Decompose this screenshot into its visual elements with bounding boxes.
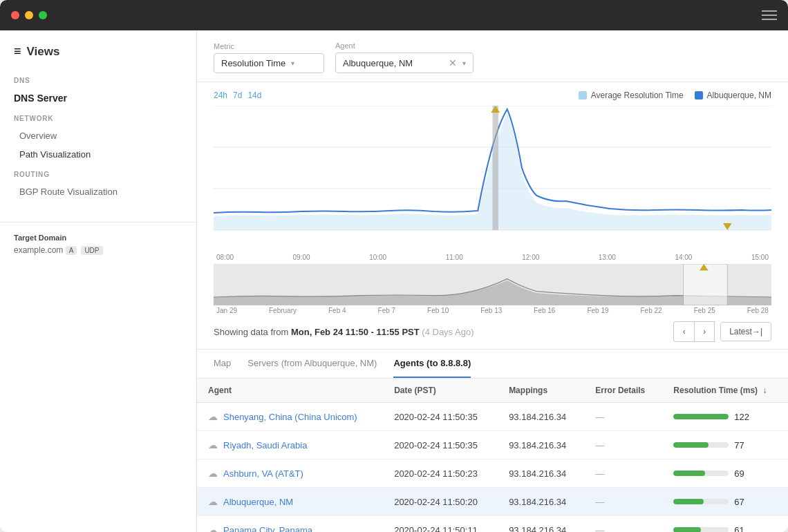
domain-badges: A UDP: [66, 246, 103, 255]
layers-icon: ≡: [14, 44, 21, 59]
x-label-6: 13:00: [599, 254, 616, 261]
cell-resolution-2: 69: [662, 459, 788, 488]
sidebar-dns-server[interactable]: DNS Server: [0, 88, 196, 108]
x-label-3: 10:00: [369, 254, 386, 261]
tab-map[interactable]: Map: [214, 350, 231, 378]
time-btn-24h[interactable]: 24h: [214, 91, 227, 100]
sidebar-item-bgp[interactable]: BGP Route Visualization: [0, 182, 196, 201]
table-row: ☁ Panama City, Panama 2020-02-24 11:50:1…: [197, 516, 788, 533]
x-label-2: 09:00: [293, 254, 310, 261]
res-bar-2: [673, 471, 705, 476]
time-btn-7d[interactable]: 7d: [233, 91, 242, 100]
cell-error-4: —: [584, 516, 662, 533]
minimap[interactable]: [214, 264, 771, 305]
col-resolution[interactable]: Resolution Time (ms) ↓: [662, 379, 788, 403]
x-label-4: 11:00: [446, 254, 463, 261]
x-label-5: 12:00: [522, 254, 539, 261]
x-label-7: 14:00: [675, 254, 692, 261]
agent-value: Albuquerque, NM: [343, 58, 413, 68]
legend-agent-label: Albuquerque, NM: [707, 91, 771, 100]
menu-icon[interactable]: [762, 10, 777, 20]
cell-resolution-4: 61: [662, 516, 788, 533]
cloud-icon-4: ☁: [208, 524, 218, 532]
table-container: Agent Date (PST) Mappings Error Details …: [197, 379, 788, 532]
chart-area: 24h 7d 14d Average Resolution Time Albuq…: [197, 82, 788, 314]
data-info-text: Showing data from Mon, Feb 24 11:50 - 11…: [214, 327, 473, 337]
titlebar: [0, 0, 788, 30]
svg-rect-7: [493, 106, 498, 230]
cell-mappings-4: 93.184.216.34: [498, 516, 584, 533]
legend-agent-color: [695, 91, 703, 99]
cloud-icon-2: ☁: [208, 468, 218, 479]
agent-link-1[interactable]: Riyadh, Saudi Arabia: [223, 440, 307, 450]
data-range: Mon, Feb 24 11:50 - 11:55 PST: [291, 327, 420, 337]
x-label-1: 08:00: [216, 254, 234, 261]
sidebar: ≡ Views DNS DNS Server NETWORK Overview …: [0, 30, 197, 532]
window-controls: [11, 11, 47, 19]
tab-agents[interactable]: Agents (to 8.8.8.8): [393, 350, 471, 378]
data-ago: (4 Days Ago): [422, 327, 473, 337]
table-row: ☁ Riyadh, Saudi Arabia 2020-02-24 11:50:…: [197, 431, 788, 459]
res-bar-3: [673, 499, 704, 504]
res-value-4: 61: [734, 525, 755, 533]
cell-resolution-0: 122: [662, 403, 788, 431]
res-bar-container-0: [673, 414, 729, 419]
cell-mappings-2: 93.184.216.34: [498, 459, 584, 488]
mini-label-4: Feb 7: [378, 307, 396, 314]
target-domain-label: Target Domain: [14, 234, 182, 242]
sidebar-header: ≡ Views: [0, 44, 196, 70]
mini-label-11: Feb 28: [747, 307, 769, 314]
mini-label-1: Jan 29: [216, 307, 237, 314]
agent-link-0[interactable]: Shenyang, China (China Unicom): [223, 412, 357, 422]
content-area: Metric Resolution Time ▾ Agent Albuquerq…: [197, 30, 788, 532]
sidebar-item-overview[interactable]: Overview: [0, 126, 196, 145]
res-bar-container-2: [673, 471, 729, 476]
cell-agent-2: ☁ Ashburn, VA (AT&T): [197, 459, 383, 488]
legend-avg-color: [579, 91, 587, 99]
app-window: ≡ Views DNS DNS Server NETWORK Overview …: [0, 0, 788, 532]
metric-select[interactable]: Resolution Time ▾: [214, 53, 324, 73]
cloud-icon-1: ☁: [208, 439, 218, 450]
cell-resolution-3: 67: [662, 488, 788, 516]
cell-date-4: 2020-02-24 11:50:11: [383, 516, 498, 533]
time-btn-14d[interactable]: 14d: [247, 91, 261, 100]
maximize-button[interactable]: [39, 11, 47, 19]
res-value-3: 67: [734, 497, 755, 507]
minimap-svg: [214, 264, 771, 305]
res-bar-0: [673, 414, 729, 419]
latest-button[interactable]: Latest→|: [720, 322, 771, 341]
cell-date-2: 2020-02-24 11:50:23: [383, 459, 498, 488]
minimize-button[interactable]: [25, 11, 33, 19]
agent-select[interactable]: Albuquerque, NM ✕ ▾: [335, 53, 473, 73]
mini-label-5: Feb 10: [427, 307, 449, 314]
time-range-controls: 24h 7d 14d: [214, 91, 261, 100]
cell-error-3: —: [584, 488, 662, 516]
cloud-icon-0: ☁: [208, 411, 218, 422]
agent-select-arrow: ▾: [462, 59, 466, 67]
next-button[interactable]: ›: [694, 321, 715, 342]
top-controls: Metric Resolution Time ▾ Agent Albuquerq…: [197, 30, 788, 82]
main-chart: 70 ms < 1 ms: [214, 106, 771, 251]
agents-table: Agent Date (PST) Mappings Error Details …: [197, 379, 788, 532]
nav-controls: ‹ › Latest→|: [673, 321, 771, 342]
cell-error-0: —: [584, 403, 662, 431]
tabs-row: Map Servers (from Albuquerque, NM) Agent…: [197, 350, 788, 379]
agent-clear-button[interactable]: ✕: [449, 57, 457, 68]
sidebar-title: Views: [27, 45, 60, 59]
agent-link-3[interactable]: Albuquerque, NM: [223, 497, 293, 507]
res-value-2: 69: [734, 468, 755, 479]
mini-label-8: Feb 19: [587, 307, 608, 314]
agent-link-2[interactable]: Ashburn, VA (AT&T): [223, 468, 303, 479]
sidebar-item-path-visualization[interactable]: Path Visualization: [0, 145, 196, 164]
agent-link-4[interactable]: Panama City, Panama: [223, 525, 312, 533]
cell-agent-4: ☁ Panama City, Panama: [197, 516, 383, 533]
prev-button[interactable]: ‹: [673, 321, 694, 342]
tab-servers[interactable]: Servers (from Albuquerque, NM): [247, 350, 377, 378]
sidebar-section-dns: DNS: [0, 70, 196, 88]
mini-label-7: Feb 16: [534, 307, 555, 314]
sidebar-section-routing: ROUTING: [0, 164, 196, 182]
col-date[interactable]: Date (PST): [383, 379, 498, 403]
close-button[interactable]: [11, 11, 19, 19]
col-error: Error Details: [584, 379, 662, 403]
cell-date-3: 2020-02-24 11:50:20: [383, 488, 498, 516]
